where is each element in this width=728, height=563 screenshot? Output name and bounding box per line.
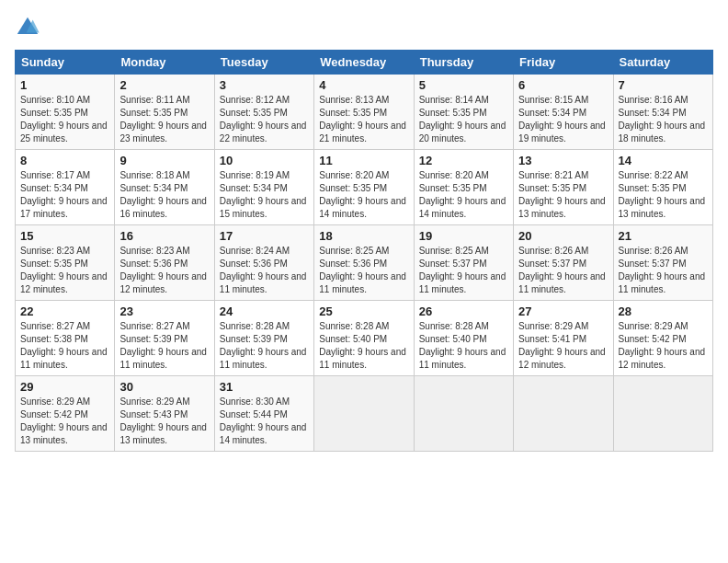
cell-3-1: 15 Sunrise: 8:23 AM Sunset: 5:35 PM Dayl…	[16, 225, 115, 301]
cell-5-6	[514, 376, 613, 452]
cell-2-1: 8 Sunrise: 8:17 AM Sunset: 5:34 PM Dayli…	[16, 150, 115, 225]
cell-content: Sunrise: 8:22 AM Sunset: 5:35 PM Dayligh…	[619, 169, 708, 221]
cell-2-4: 11 Sunrise: 8:20 AM Sunset: 5:35 PM Dayl…	[314, 150, 414, 225]
day-number: 21	[619, 229, 708, 243]
day-number: 26	[419, 304, 508, 318]
cell-content: Sunrise: 8:17 AM Sunset: 5:34 PM Dayligh…	[20, 169, 109, 221]
day-number: 8	[20, 154, 109, 167]
cell-content: Sunrise: 8:13 AM Sunset: 5:35 PM Dayligh…	[319, 94, 408, 145]
day-number: 24	[220, 304, 309, 318]
day-number: 13	[518, 154, 608, 167]
cell-content: Sunrise: 8:28 AM Sunset: 5:40 PM Dayligh…	[319, 320, 408, 372]
cell-3-4: 18 Sunrise: 8:25 AM Sunset: 5:36 PM Dayl…	[314, 225, 414, 301]
cell-4-7: 28 Sunrise: 8:29 AM Sunset: 5:42 PM Dayl…	[613, 301, 712, 376]
col-header-tuesday: Tuesday	[214, 51, 313, 75]
cell-content: Sunrise: 8:11 AM Sunset: 5:35 PM Dayligh…	[119, 94, 209, 145]
day-number: 30	[119, 380, 209, 394]
cell-content: Sunrise: 8:20 AM Sunset: 5:35 PM Dayligh…	[319, 169, 408, 221]
day-number: 3	[220, 78, 309, 92]
cell-5-5	[414, 376, 513, 452]
cell-2-7: 14 Sunrise: 8:22 AM Sunset: 5:35 PM Dayl…	[613, 150, 712, 225]
day-number: 1	[20, 78, 109, 92]
cell-2-3: 10 Sunrise: 8:19 AM Sunset: 5:34 PM Dayl…	[214, 150, 313, 225]
cell-1-5: 5 Sunrise: 8:14 AM Sunset: 5:35 PM Dayli…	[414, 75, 513, 150]
day-number: 18	[319, 229, 408, 243]
cell-content: Sunrise: 8:19 AM Sunset: 5:34 PM Dayligh…	[220, 169, 309, 221]
cell-content: Sunrise: 8:21 AM Sunset: 5:35 PM Dayligh…	[518, 169, 608, 221]
cell-4-4: 25 Sunrise: 8:28 AM Sunset: 5:40 PM Dayl…	[314, 301, 414, 376]
cell-5-1: 29 Sunrise: 8:29 AM Sunset: 5:42 PM Dayl…	[16, 376, 115, 452]
cell-content: Sunrise: 8:29 AM Sunset: 5:42 PM Dayligh…	[619, 320, 708, 372]
day-number: 29	[20, 380, 109, 394]
col-header-wednesday: Wednesday	[314, 51, 414, 75]
cell-content: Sunrise: 8:27 AM Sunset: 5:38 PM Dayligh…	[20, 320, 109, 372]
cell-content: Sunrise: 8:18 AM Sunset: 5:34 PM Dayligh…	[119, 169, 209, 221]
day-number: 2	[119, 78, 209, 92]
cell-5-7	[613, 376, 712, 452]
col-header-friday: Friday	[514, 51, 613, 75]
cell-1-4: 4 Sunrise: 8:13 AM Sunset: 5:35 PM Dayli…	[314, 75, 414, 150]
day-number: 23	[119, 304, 209, 318]
header-row: SundayMondayTuesdayWednesdayThursdayFrid…	[16, 51, 713, 75]
cell-2-2: 9 Sunrise: 8:18 AM Sunset: 5:34 PM Dayli…	[115, 150, 214, 225]
day-number: 31	[220, 380, 309, 394]
cell-content: Sunrise: 8:23 AM Sunset: 5:35 PM Dayligh…	[20, 245, 109, 296]
cell-content: Sunrise: 8:26 AM Sunset: 5:37 PM Dayligh…	[518, 245, 608, 296]
cell-3-3: 17 Sunrise: 8:24 AM Sunset: 5:36 PM Dayl…	[214, 225, 313, 301]
cell-1-7: 7 Sunrise: 8:16 AM Sunset: 5:34 PM Dayli…	[613, 75, 712, 150]
cell-3-5: 19 Sunrise: 8:25 AM Sunset: 5:37 PM Dayl…	[414, 225, 513, 301]
calendar-table: SundayMondayTuesdayWednesdayThursdayFrid…	[15, 50, 713, 452]
cell-content: Sunrise: 8:14 AM Sunset: 5:35 PM Dayligh…	[419, 94, 508, 145]
week-row-3: 15 Sunrise: 8:23 AM Sunset: 5:35 PM Dayl…	[16, 225, 713, 301]
cell-2-5: 12 Sunrise: 8:20 AM Sunset: 5:35 PM Dayl…	[414, 150, 513, 225]
day-number: 22	[20, 304, 109, 318]
day-number: 12	[419, 154, 508, 167]
cell-content: Sunrise: 8:29 AM Sunset: 5:42 PM Dayligh…	[20, 396, 109, 447]
cell-1-2: 2 Sunrise: 8:11 AM Sunset: 5:35 PM Dayli…	[115, 75, 214, 150]
cell-4-5: 26 Sunrise: 8:28 AM Sunset: 5:40 PM Dayl…	[414, 301, 513, 376]
cell-content: Sunrise: 8:27 AM Sunset: 5:39 PM Dayligh…	[119, 320, 209, 372]
cell-3-6: 20 Sunrise: 8:26 AM Sunset: 5:37 PM Dayl…	[514, 225, 613, 301]
day-number: 25	[319, 304, 408, 318]
cell-content: Sunrise: 8:23 AM Sunset: 5:36 PM Dayligh…	[119, 245, 209, 296]
cell-1-3: 3 Sunrise: 8:12 AM Sunset: 5:35 PM Dayli…	[214, 75, 313, 150]
cell-content: Sunrise: 8:30 AM Sunset: 5:44 PM Dayligh…	[220, 396, 309, 447]
cell-4-1: 22 Sunrise: 8:27 AM Sunset: 5:38 PM Dayl…	[16, 301, 115, 376]
cell-3-7: 21 Sunrise: 8:26 AM Sunset: 5:37 PM Dayl…	[613, 225, 712, 301]
cell-content: Sunrise: 8:26 AM Sunset: 5:37 PM Dayligh…	[619, 245, 708, 296]
day-number: 10	[220, 154, 309, 167]
cell-1-6: 6 Sunrise: 8:15 AM Sunset: 5:34 PM Dayli…	[514, 75, 613, 150]
day-number: 7	[619, 78, 708, 92]
day-number: 11	[319, 154, 408, 167]
cell-content: Sunrise: 8:15 AM Sunset: 5:34 PM Dayligh…	[518, 94, 608, 145]
cell-content: Sunrise: 8:10 AM Sunset: 5:35 PM Dayligh…	[20, 94, 109, 145]
day-number: 4	[319, 78, 408, 92]
col-header-monday: Monday	[115, 51, 214, 75]
logo-icon	[15, 15, 40, 40]
day-number: 19	[419, 229, 508, 243]
cell-content: Sunrise: 8:28 AM Sunset: 5:39 PM Dayligh…	[220, 320, 309, 372]
week-row-4: 22 Sunrise: 8:27 AM Sunset: 5:38 PM Dayl…	[16, 301, 713, 376]
cell-5-2: 30 Sunrise: 8:29 AM Sunset: 5:43 PM Dayl…	[115, 376, 214, 452]
week-row-1: 1 Sunrise: 8:10 AM Sunset: 5:35 PM Dayli…	[16, 75, 713, 150]
day-number: 17	[220, 229, 309, 243]
day-number: 20	[518, 229, 608, 243]
week-row-5: 29 Sunrise: 8:29 AM Sunset: 5:42 PM Dayl…	[16, 376, 713, 452]
day-number: 5	[419, 78, 508, 92]
col-header-sunday: Sunday	[16, 51, 115, 75]
cell-content: Sunrise: 8:25 AM Sunset: 5:37 PM Dayligh…	[419, 245, 508, 296]
cell-content: Sunrise: 8:29 AM Sunset: 5:41 PM Dayligh…	[518, 320, 608, 372]
cell-content: Sunrise: 8:28 AM Sunset: 5:40 PM Dayligh…	[419, 320, 508, 372]
logo	[15, 15, 44, 40]
day-number: 16	[119, 229, 209, 243]
col-header-thursday: Thursday	[414, 51, 513, 75]
cell-content: Sunrise: 8:12 AM Sunset: 5:35 PM Dayligh…	[220, 94, 309, 145]
cell-4-3: 24 Sunrise: 8:28 AM Sunset: 5:39 PM Dayl…	[214, 301, 313, 376]
day-number: 14	[619, 154, 708, 167]
day-number: 28	[619, 304, 708, 318]
day-number: 6	[518, 78, 608, 92]
day-number: 9	[119, 154, 209, 167]
cell-content: Sunrise: 8:29 AM Sunset: 5:43 PM Dayligh…	[119, 396, 209, 447]
cell-1-1: 1 Sunrise: 8:10 AM Sunset: 5:35 PM Dayli…	[16, 75, 115, 150]
cell-3-2: 16 Sunrise: 8:23 AM Sunset: 5:36 PM Dayl…	[115, 225, 214, 301]
